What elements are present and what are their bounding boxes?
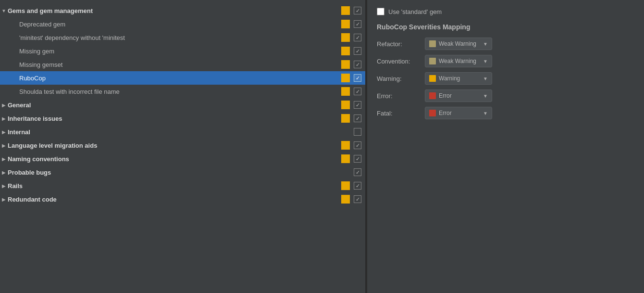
tree-item-checkbox[interactable]: [354, 141, 361, 149]
severity-dropdown-arrow-refactor: ▼: [483, 41, 488, 47]
tree-item-checkbox[interactable]: [354, 74, 361, 82]
severities-list: Refactor:Weak Warning▼Convention:Weak Wa…: [377, 38, 634, 124]
tree-item-label: Language level migration aids: [8, 142, 341, 149]
tree-item-rails[interactable]: ▶Rails: [0, 179, 365, 192]
use-standard-gem-row: Use 'standard' gem: [377, 8, 634, 15]
color-swatch: [341, 114, 350, 123]
tree-item-shoulda-test[interactable]: Shoulda test with incorrect file name: [0, 85, 365, 98]
tree-item-missing-gemset[interactable]: Missing gemset: [0, 58, 365, 71]
severity-label-refactor: Refactor:: [377, 40, 425, 48]
tree-item-label: Redundant code: [8, 196, 341, 203]
color-swatch: [341, 141, 350, 150]
color-swatch-empty: [341, 127, 350, 136]
severity-row-fatal: Fatal:Error▼: [377, 107, 634, 119]
tree-item-rubocop[interactable]: RuboCop: [0, 71, 365, 85]
tree-item-checkbox[interactable]: [354, 115, 361, 122]
tree-item-probable-bugs[interactable]: ▶Probable bugs: [0, 166, 365, 179]
color-swatch: [341, 195, 350, 204]
tree-item-checkbox[interactable]: [354, 168, 361, 176]
severity-dropdown-arrow-convention: ▼: [483, 59, 488, 64]
right-panel: Use 'standard' gem RuboCop Severities Ma…: [367, 0, 644, 293]
tree-item-label: Missing gemset: [19, 61, 341, 68]
severity-dropdown-warning[interactable]: Warning▼: [425, 72, 492, 85]
tree-item-missing-gem[interactable]: Missing gem: [0, 44, 365, 58]
severity-dropdown-refactor[interactable]: Weak Warning▼: [425, 38, 492, 50]
tree-item-label: Rails: [8, 182, 341, 190]
severity-dropdown-error[interactable]: Error▼: [425, 89, 492, 102]
tree-panel[interactable]: ▼Gems and gem managementDeprecated gem'm…: [0, 0, 365, 293]
tree-item-inheritance-issues[interactable]: ▶Inheritance issues: [0, 112, 365, 125]
tree-item-label: RuboCop: [19, 75, 341, 82]
tree-item-checkbox[interactable]: [354, 101, 361, 109]
tree-item-checkbox[interactable]: [354, 7, 361, 14]
color-swatch: [341, 20, 350, 28]
severity-row-warning: Warning:Warning▼: [377, 72, 634, 85]
use-standard-gem-label[interactable]: Use 'standard' gem: [388, 8, 442, 15]
tree-item-checkbox[interactable]: [354, 61, 361, 68]
severity-dot-error: [429, 92, 436, 99]
tree-item-minitest-dep[interactable]: 'minitest' dependency without 'minitest: [0, 31, 365, 44]
tree-item-general[interactable]: ▶General: [0, 98, 365, 112]
severity-label-warning: Warning:: [377, 75, 425, 82]
tree-arrow: ▶: [0, 156, 8, 162]
tree-item-checkbox[interactable]: [354, 20, 361, 28]
severity-row-refactor: Refactor:Weak Warning▼: [377, 38, 634, 50]
severity-dot-warning: [429, 75, 436, 82]
tree-arrow: ▶: [0, 197, 8, 202]
tree-item-checkbox[interactable]: [354, 155, 361, 163]
severity-dropdown-arrow-fatal: ▼: [483, 111, 488, 116]
tree-item-checkbox[interactable]: [354, 88, 361, 95]
severity-dropdown-label-refactor: Weak Warning: [439, 40, 480, 47]
color-swatch-empty: [341, 168, 350, 177]
tree-item-checkbox[interactable]: [354, 128, 361, 136]
tree-item-label: Inheritance issues: [8, 115, 341, 122]
tree-item-label: General: [8, 102, 341, 109]
tree-arrow: ▶: [0, 170, 8, 175]
severity-dropdown-convention[interactable]: Weak Warning▼: [425, 55, 492, 67]
severity-label-convention: Convention:: [377, 58, 425, 65]
color-swatch: [341, 47, 350, 55]
tree-item-checkbox[interactable]: [354, 47, 361, 55]
tree-arrow: ▶: [0, 116, 8, 121]
color-swatch: [341, 154, 350, 163]
use-standard-gem-checkbox[interactable]: [377, 8, 384, 15]
tree-arrow: ▶: [0, 102, 8, 108]
severity-dropdown-fatal[interactable]: Error▼: [425, 107, 492, 119]
severity-label-fatal: Fatal:: [377, 110, 425, 117]
tree-item-redundant-code[interactable]: ▶Redundant code: [0, 192, 365, 206]
severity-dot-refactor: [429, 40, 436, 47]
tree-item-label: Probable bugs: [8, 169, 341, 176]
severity-dropdown-label-error: Error: [439, 92, 480, 99]
tree-item-checkbox[interactable]: [354, 182, 361, 190]
color-swatch: [341, 33, 350, 42]
color-swatch: [341, 60, 350, 69]
severity-dot-fatal: [429, 110, 436, 116]
tree-item-label: Shoulda test with incorrect file name: [19, 88, 341, 95]
severity-dot-convention: [429, 58, 436, 64]
tree-item-label: Gems and gem management: [8, 7, 341, 14]
severity-row-error: Error:Error▼: [377, 89, 634, 102]
tree-item-label: Naming conventions: [8, 155, 341, 163]
tree-item-checkbox[interactable]: [354, 195, 361, 203]
severity-dropdown-arrow-error: ▼: [483, 93, 488, 99]
tree-item-label: 'minitest' dependency without 'minitest: [19, 34, 341, 41]
tree-item-label: Missing gem: [19, 48, 341, 55]
color-swatch: [341, 6, 350, 15]
tree-arrow: ▶: [0, 183, 8, 189]
color-swatch: [341, 74, 350, 82]
tree-item-gems-root[interactable]: ▼Gems and gem management: [0, 4, 365, 17]
tree-item-naming-conventions[interactable]: ▶Naming conventions: [0, 152, 365, 166]
severity-label-error: Error:: [377, 92, 425, 100]
severity-dropdown-label-warning: Warning: [439, 75, 480, 82]
color-swatch: [341, 87, 350, 96]
tree-item-internal[interactable]: ▶Internal: [0, 125, 365, 139]
tree-arrow: ▶: [0, 143, 8, 148]
tree-arrow: ▶: [0, 129, 8, 135]
tree-arrow: ▼: [0, 8, 8, 13]
severity-dropdown-label-fatal: Error: [439, 110, 480, 116]
tree-item-deprecated-gem[interactable]: Deprecated gem: [0, 17, 365, 31]
severities-section-title: RuboCop Severities Mapping: [377, 23, 634, 31]
tree-item-checkbox[interactable]: [354, 34, 361, 41]
severity-dropdown-label-convention: Weak Warning: [439, 58, 480, 64]
tree-item-language-migration[interactable]: ▶Language level migration aids: [0, 139, 365, 152]
